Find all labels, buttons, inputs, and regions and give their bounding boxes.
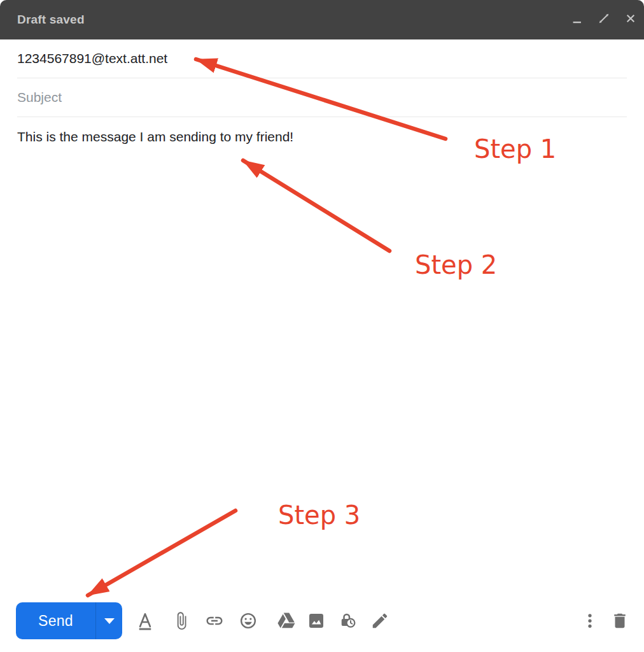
trash-icon xyxy=(610,611,629,630)
recipient-field[interactable]: 1234567891@text.att.net xyxy=(17,39,627,78)
more-options-icon xyxy=(580,611,599,630)
paperclip-icon xyxy=(172,611,191,630)
more-options-button[interactable] xyxy=(580,611,599,630)
photo-icon xyxy=(307,611,326,630)
send-button[interactable]: Send xyxy=(16,602,95,639)
emoji-icon xyxy=(239,611,258,630)
caret-down-icon xyxy=(104,618,115,624)
message-text: This is the message I am sending to my f… xyxy=(17,127,627,146)
lock-clock-icon xyxy=(339,611,358,630)
formatting-options-icon xyxy=(136,611,155,630)
link-icon xyxy=(205,611,224,630)
minimize-button[interactable] xyxy=(570,13,584,27)
insert-link-button[interactable] xyxy=(205,611,224,630)
close-icon xyxy=(624,11,638,28)
discard-draft-button[interactable] xyxy=(610,611,629,630)
subject-input[interactable] xyxy=(17,90,627,105)
expand-button[interactable] xyxy=(597,13,611,27)
compose-toolbar: Send xyxy=(0,602,644,640)
google-drive-icon xyxy=(277,611,296,630)
insert-photo-button[interactable] xyxy=(307,611,326,630)
formatting-options-button[interactable] xyxy=(136,611,155,630)
subject-row xyxy=(17,78,627,117)
close-button[interactable] xyxy=(624,13,638,27)
draft-status-text: Draft saved xyxy=(17,13,85,27)
insert-emoji-button[interactable] xyxy=(239,611,258,630)
confidential-mode-button[interactable] xyxy=(339,611,358,630)
recipient-address: 1234567891@text.att.net xyxy=(17,51,167,66)
insert-from-drive-button[interactable] xyxy=(277,611,296,630)
expand-icon xyxy=(597,11,611,28)
send-label: Send xyxy=(38,613,73,630)
pen-icon xyxy=(370,611,389,630)
insert-signature-button[interactable] xyxy=(370,611,389,630)
compose-window: Draft saved xyxy=(0,0,644,652)
attach-files-button[interactable] xyxy=(172,611,191,630)
compose-titlebar[interactable]: Draft saved xyxy=(0,0,644,39)
send-button-group: Send xyxy=(16,602,122,639)
send-options-button[interactable] xyxy=(96,602,122,639)
minimize-icon xyxy=(570,11,584,28)
window-controls xyxy=(570,13,638,27)
message-body[interactable]: This is the message I am sending to my f… xyxy=(0,117,644,600)
